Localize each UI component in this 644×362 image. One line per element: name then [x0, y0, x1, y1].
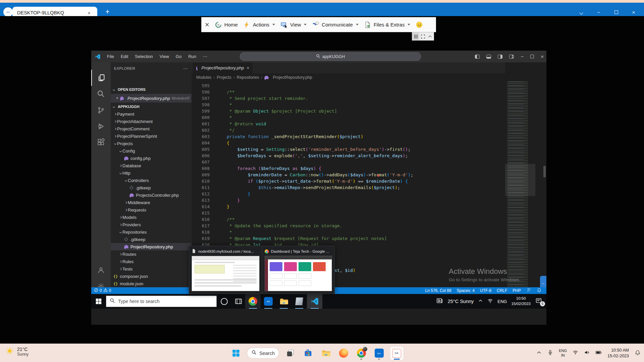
vscode-close-button[interactable]: ×: [541, 54, 544, 59]
tree-item-http[interactable]: Http: [111, 169, 192, 177]
breadcrumb-item[interactable]: Repositories: [237, 75, 259, 80]
taskbar-app-task-view[interactable]: [283, 347, 297, 360]
tree-item-projectscontroller-php[interactable]: ProjectsController.php: [111, 191, 192, 199]
search-button[interactable]: Search: [247, 348, 279, 359]
toggle-panel-icon[interactable]: [486, 55, 491, 59]
cortana-icon[interactable]: [221, 298, 228, 305]
taskbar-app-file-explorer[interactable]: [319, 347, 332, 360]
chevron-up-icon[interactable]: [536, 350, 542, 357]
tab-projectrepository[interactable]: ProjectRepository.php ×: [193, 62, 253, 73]
weather-widget[interactable]: 21°C Sunny: [5, 347, 29, 357]
taskbar-app-file-explorer[interactable]: [276, 294, 291, 309]
session-tab-close-icon[interactable]: ×: [86, 9, 93, 16]
open-editor-item[interactable]: × ProjectRepository.php Modules\P...: [111, 94, 192, 103]
tree-item-module-json[interactable]: {}module.json: [111, 280, 192, 287]
search-icon[interactable]: [91, 86, 111, 102]
menu-go[interactable]: Go: [173, 53, 184, 60]
minimize-button[interactable]: −: [594, 9, 603, 15]
breadcrumb[interactable]: Modules›Projects›Repositories›ProjectRep…: [192, 73, 505, 81]
clock[interactable]: 10:50 AM 15-02-2023: [607, 348, 629, 359]
taskbar-search-input[interactable]: Type here to search: [106, 296, 217, 307]
status-item[interactable]: UTF-8: [480, 288, 491, 293]
customize-layout-icon[interactable]: [509, 55, 514, 59]
menu-file[interactable]: File: [104, 53, 117, 60]
tree-item-composer-json[interactable]: {}composer.json: [111, 273, 192, 280]
task-view-icon[interactable]: [234, 297, 243, 305]
toolbar-item-communicate[interactable]: Communicate: [312, 21, 359, 28]
new-session-tab-button[interactable]: +: [103, 7, 112, 16]
account-icon[interactable]: [91, 262, 111, 278]
toolbar-close-icon[interactable]: ×: [205, 20, 209, 29]
status-item[interactable]: PHP: [513, 288, 521, 293]
extensions-icon[interactable]: [91, 134, 111, 150]
menu-⋯[interactable]: ⋯: [200, 53, 210, 60]
toolbar-item-view[interactable]: View: [280, 21, 307, 28]
menu-edit[interactable]: Edit: [118, 53, 131, 60]
taskbar-app-firefox[interactable]: [337, 347, 350, 360]
wifi-icon[interactable]: [487, 298, 493, 305]
open-editors-section[interactable]: OPEN EDITORS: [111, 86, 192, 93]
tree-item-database[interactable]: Database: [111, 162, 192, 169]
clock[interactable]: 10:50 15/02/2023: [511, 296, 531, 306]
breadcrumb-item[interactable]: Projects: [217, 75, 231, 80]
menu-run[interactable]: Run: [185, 53, 199, 60]
tree-item-controllers[interactable]: Controllers: [111, 177, 192, 184]
tree-item--gitkeep[interactable]: .gitkeep: [111, 184, 192, 191]
notification-icon[interactable]: 6: [535, 297, 544, 305]
chevron-up-icon[interactable]: [478, 298, 483, 305]
preview-thumbnail[interactable]: [265, 256, 332, 291]
collapse-toolbar-icon[interactable]: [427, 33, 434, 40]
minimap-slider[interactable]: [505, 164, 535, 196]
weather-widget[interactable]: 25°C Sunny: [448, 299, 474, 304]
tree-item-tests[interactable]: Tests: [111, 265, 192, 273]
workspace-root-section[interactable]: APPKIJGGH: [111, 103, 192, 110]
notification-bell-icon[interactable]: [635, 350, 641, 357]
tree-item-projectcomment[interactable]: ProjectComment: [111, 125, 192, 132]
tree-item-projectplannersprint[interactable]: ProjectPlannerSprint: [111, 132, 192, 140]
scrollbar-thumb[interactable]: [543, 166, 546, 177]
taskbar-app-snipping-tool[interactable]: ✂: [390, 347, 404, 360]
taskbar-app-vscode[interactable]: [307, 294, 322, 309]
taskbar-app-notes-app[interactable]: [291, 294, 307, 309]
taskbar-app-store[interactable]: [301, 347, 315, 360]
status-item[interactable]: Ln 576, Col 88: [425, 288, 451, 293]
menu-selection[interactable]: Selection: [132, 53, 156, 60]
vscode-restore-button[interactable]: [530, 55, 534, 58]
tree-item-config-php[interactable]: config.php: [111, 155, 192, 162]
preview-window-2[interactable]: Dashboard | Teja Tech - Google ... ×: [262, 246, 335, 294]
source-control-icon[interactable]: [91, 102, 111, 118]
breadcrumb-item[interactable]: Modules: [196, 75, 211, 80]
taskbar-app-chrome[interactable]: [355, 347, 368, 360]
tree-item-models[interactable]: Models: [111, 214, 192, 221]
fullscreen-icon[interactable]: [419, 33, 426, 40]
tree-item-providers[interactable]: Providers: [111, 221, 192, 228]
tree-item-requests[interactable]: Requests: [111, 206, 192, 214]
tree-item-projectrepository-php[interactable]: ProjectRepository.php: [111, 243, 192, 250]
start-button[interactable]: [91, 294, 106, 309]
language-indicator[interactable]: ENG IN: [559, 349, 567, 358]
tree-item--gitkeep[interactable]: .gitkeep: [111, 236, 192, 243]
tree-item-middleware[interactable]: Middleware: [111, 199, 192, 206]
news-icon[interactable]: [436, 297, 443, 306]
toolbar-item-feedback-smiley[interactable]: [416, 21, 423, 28]
problems-indicator[interactable]: 0 0: [91, 288, 111, 293]
command-center-search[interactable]: appKIJGGH: [240, 52, 421, 61]
run-debug-icon[interactable]: [91, 118, 111, 134]
taskbar-app-teamviewer[interactable]: ⇔: [261, 294, 276, 309]
microphone-icon[interactable]: [547, 350, 553, 357]
close-button[interactable]: ×: [629, 9, 638, 15]
feedback-icon[interactable]: [526, 288, 531, 294]
breadcrumb-item[interactable]: ProjectRepository.php: [273, 75, 312, 80]
taskbar-app-chrome[interactable]: [245, 294, 261, 309]
tree-item-repositories[interactable]: Repositories: [111, 228, 192, 236]
close-preview-icon[interactable]: ×: [331, 249, 332, 254]
preview-window-1[interactable]: node4930.myfcloud.com / loca...: [189, 246, 262, 294]
toggle-sidebar-icon[interactable]: [475, 55, 480, 59]
bell-icon[interactable]: [537, 288, 542, 294]
explorer-icon[interactable]: [91, 70, 111, 86]
tree-item-projects[interactable]: Projects: [111, 140, 192, 147]
taskbar-app-teamviewer[interactable]: ⇔: [372, 347, 386, 360]
toolbar-item-home[interactable]: Home: [215, 21, 238, 28]
grid-icon[interactable]: [412, 33, 419, 40]
tree-item-rules[interactable]: Rules: [111, 258, 192, 265]
